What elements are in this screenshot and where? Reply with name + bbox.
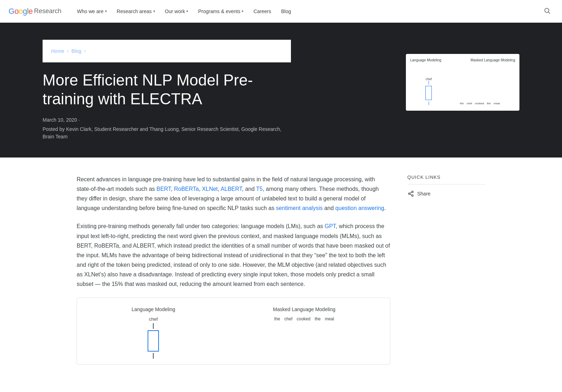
svg-point-3 [408, 193, 410, 194]
diagram-box [425, 86, 432, 100]
logo-letter-g: G [9, 7, 15, 16]
diagram-lm-title: Language Modeling [132, 307, 175, 312]
hero-date: March 10, 2020 · [43, 117, 291, 123]
mlm-tokens: the chef cooked the meal [274, 316, 334, 321]
breadcrumb-sep-2: › [84, 49, 86, 54]
quick-links-title: QUICK LINKS [407, 175, 485, 180]
nav-programs-events[interactable]: Programs & events ▾ [194, 6, 248, 17]
hero-diagram-image: Language Modeling Masked Language Modeli… [406, 54, 519, 111]
link-t5[interactable]: T5 [256, 186, 263, 192]
hero-author: Posted by Kevin Clark, Student Researche… [43, 126, 291, 140]
arrow-up-icon [153, 323, 154, 329]
breadcrumb-sep-1: › [67, 49, 68, 54]
diagram-right: the chef cooked the meal [460, 102, 500, 105]
article-paragraph-2: Existing pre-training methods generally … [77, 221, 390, 289]
search-button[interactable] [541, 4, 553, 18]
chevron-down-icon: ▾ [105, 9, 107, 13]
nav-our-work[interactable]: Our work ▾ [161, 6, 193, 17]
svg-line-1 [549, 12, 550, 13]
lm-box [148, 330, 159, 352]
svg-line-6 [410, 192, 412, 193]
logo-research-text: Research [34, 7, 61, 15]
svg-point-2 [412, 191, 413, 193]
nav-who-we-are[interactable]: Who we are ▾ [73, 6, 111, 17]
svg-line-5 [410, 194, 412, 195]
link-gpt[interactable]: GPT [325, 223, 336, 229]
nav-careers[interactable]: Careers [249, 6, 275, 17]
share-label: Share [417, 191, 430, 197]
inline-diagram: Language Modeling chef Masked Language M… [77, 298, 390, 365]
svg-point-4 [412, 195, 413, 197]
chevron-down-icon: ▾ [186, 9, 188, 13]
chevron-down-icon: ▾ [153, 9, 155, 13]
site-logo[interactable]: Google Research [9, 7, 61, 16]
diagram-chef-label: chef [149, 316, 158, 322]
diagram-left: chef [425, 77, 432, 105]
link-xlnet[interactable]: XLNet [202, 186, 217, 192]
sidebar: QUICK LINKS Share [407, 175, 485, 365]
share-icon [407, 190, 414, 197]
diagram-mlm-title: Masked Language Modeling [273, 307, 335, 312]
share-button[interactable]: Share [407, 190, 430, 197]
logo-letter-o1: o [15, 7, 19, 16]
chevron-down-icon: ▾ [242, 9, 243, 13]
logo-letter-g2: g [23, 7, 27, 16]
logo-letter-o2: o [18, 7, 23, 16]
navigation: Google Research Who we are ▾ Research ar… [0, 0, 562, 23]
breadcrumb-blog[interactable]: Blog [71, 48, 81, 54]
main-content: Recent advances in language pre-training… [77, 175, 390, 365]
link-albert[interactable]: ALBERT [221, 186, 242, 192]
diagram-masked-lm: Masked Language Modeling the chef cooked… [273, 307, 335, 321]
quick-links-divider [407, 184, 485, 184]
breadcrumb: Home › Blog › [43, 40, 291, 62]
hero-banner: Home › Blog › More Efficient NLP Model P… [0, 23, 562, 158]
arrow-down-icon [153, 353, 154, 359]
nav-research-areas[interactable]: Research areas ▾ [112, 6, 159, 17]
hero-content: Home › Blog › More Efficient NLP Model P… [43, 40, 291, 140]
article-paragraph-1: Recent advances in language pre-training… [77, 175, 390, 213]
breadcrumb-home[interactable]: Home [51, 48, 64, 54]
nav-blog[interactable]: Blog [277, 6, 295, 17]
link-roberta[interactable]: RoBERTa [174, 186, 199, 192]
diagram-language-modeling: Language Modeling chef [132, 307, 175, 359]
svg-point-0 [545, 8, 549, 12]
nav-items: Who we are ▾ Research areas ▾ Our work ▾… [73, 6, 541, 17]
link-question-answering[interactable]: question answering [335, 205, 384, 211]
content-wrapper: Recent advances in language pre-training… [68, 158, 494, 382]
hero-image-labels: Language Modeling Masked Language Modeli… [410, 58, 515, 62]
quick-links-section: QUICK LINKS Share [407, 175, 485, 197]
link-sentiment-analysis[interactable]: sentiment analysis [276, 205, 323, 211]
hero-image-diagram: chef the chef cooked the meal [410, 65, 515, 106]
link-bert[interactable]: BERT [156, 186, 171, 192]
page-title: More Efficient NLP Model Pre-training wi… [43, 71, 291, 109]
logo-letter-e: e [28, 7, 33, 16]
